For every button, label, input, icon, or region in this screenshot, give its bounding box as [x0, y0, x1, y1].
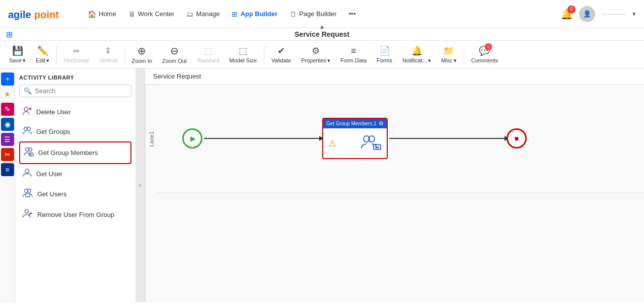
model-size-icon: ⬚	[239, 45, 247, 56]
toolbar-separator-2	[124, 44, 125, 64]
nav-manage[interactable]: 🗂 Manage	[181, 7, 225, 21]
svg-point-11	[25, 169, 29, 173]
form-data-icon: ≡	[351, 46, 356, 56]
sidebar-icon-star[interactable]: ★	[1, 88, 14, 101]
sidebar-icon-add[interactable]: ＋	[1, 72, 14, 86]
monitor-icon: 🖥	[128, 10, 135, 18]
lane2	[157, 193, 644, 301]
properties-icon: ⚙	[312, 45, 320, 56]
activity-item-get-group-members[interactable]: Get Group Members	[19, 141, 131, 164]
vertical-button[interactable]: ⬍ Vertical	[94, 43, 122, 65]
collapse-arrow[interactable]: ▲	[319, 23, 325, 30]
nav-home[interactable]: 🏠 Home	[83, 7, 121, 21]
flow-node-gear-icon[interactable]: ⚙	[379, 120, 384, 127]
folder-icon: 🗂	[186, 10, 193, 18]
canvas-header: Service Request	[145, 68, 644, 85]
toolbar-separator-1	[56, 44, 57, 64]
horizontal-button[interactable]: ⬌ Horizontal	[59, 43, 94, 65]
nav-manage-label: Manage	[196, 10, 220, 18]
zoom-out-icon: ⊖	[170, 45, 179, 57]
save-button[interactable]: 💾 Save ▾	[4, 43, 31, 66]
sidebar-icon-list[interactable]: ☰	[1, 133, 14, 146]
apps-grid-icon[interactable]: ⊞	[6, 30, 13, 39]
form-data-button[interactable]: ≡ Form Data	[335, 44, 372, 65]
get-users-label: Get Users	[37, 190, 67, 198]
nav-pagebuilder[interactable]: 🗋 Page Builder	[284, 7, 341, 21]
logo: agile point	[8, 6, 68, 22]
canvas-area: Service Request Lane1 Get Group Members	[145, 68, 644, 302]
more-icon: •••	[349, 10, 356, 18]
activity-item-get-users[interactable]: Get Users	[19, 184, 131, 204]
forms-icon: 📄	[379, 45, 390, 56]
activity-item-remove-user-from-group[interactable]: Remove User From Group	[19, 204, 131, 225]
flow-node-header: Get Group Members.1 ⚙	[323, 119, 387, 128]
flow-node-get-group-members[interactable]: Get Group Members.1 ⚙ ⚠	[322, 118, 388, 159]
notifications-bell[interactable]: 🔔 0	[560, 8, 573, 20]
arrow-node-to-end	[389, 138, 505, 139]
lane1-label: Lane1	[145, 85, 157, 193]
properties-button[interactable]: ⚙ Properties ▾	[296, 43, 335, 66]
nav-appbuilder[interactable]: ⊞ App Builder	[227, 7, 282, 21]
misc-button[interactable]: 📁 Misc ▾	[436, 43, 462, 66]
notifications-button[interactable]: 🔔 Notificat... ▾	[397, 43, 436, 66]
user-avatar[interactable]: 👤	[579, 6, 595, 22]
get-user-icon	[22, 168, 32, 180]
sidebar-icon-doc[interactable]: ≡	[1, 163, 14, 176]
svg-point-2	[24, 107, 28, 111]
save-icon: 💾	[12, 45, 23, 56]
validate-button[interactable]: ✔ Validate	[266, 43, 296, 65]
comments-badge: 0	[485, 43, 492, 50]
sidebar-icon-pencil[interactable]: ✎	[1, 103, 14, 116]
sidebar-icon-circle[interactable]: ◉	[1, 118, 14, 131]
get-group-members-icon	[23, 146, 34, 160]
user-dropdown-icon[interactable]: ▾	[632, 10, 636, 18]
zoom-in-icon: ⊕	[137, 45, 146, 57]
svg-rect-14	[26, 194, 30, 197]
flow-node-body: ⚠	[323, 128, 387, 158]
nav-workcenter[interactable]: 🖥 Work Center	[123, 7, 180, 21]
comments-button[interactable]: 💬 0 Comments	[466, 43, 503, 65]
activity-library-header: ACTIVITY LIBRARY	[19, 72, 131, 85]
search-box[interactable]: 🔍	[19, 85, 131, 97]
search-input[interactable]	[35, 87, 127, 95]
get-group-members-label: Get Group Members	[38, 149, 98, 157]
edit-icon: ✏️	[37, 45, 48, 56]
activity-item-delete-user[interactable]: Delete User	[19, 102, 131, 122]
collapse-sidebar-button[interactable]: ‹	[135, 68, 145, 302]
main-layout: ＋ ★ ✎ ◉ ☰ ✂ ≡ ACTIVITY LIBRARY 🔍 Delete …	[0, 68, 644, 302]
activity-item-get-user[interactable]: Get User	[19, 164, 131, 184]
flow-start-node[interactable]	[182, 128, 202, 148]
svg-text:point: point	[34, 9, 59, 20]
get-groups-label: Get Groups	[36, 128, 70, 135]
vertical-icon: ⬍	[104, 45, 112, 56]
delete-user-icon	[22, 106, 32, 118]
lane2-label	[145, 193, 157, 301]
zoom-in-button[interactable]: ⊕ Zoom In	[127, 43, 157, 66]
toolbar-separator-4	[464, 44, 464, 64]
standard-button[interactable]: ⬚ Standard	[192, 43, 225, 65]
flow-node-warning-icon: ⚠	[328, 138, 336, 149]
sidebar-icon-strip: ＋ ★ ✎ ◉ ☰ ✂ ≡	[0, 68, 15, 302]
toolbar: 💾 Save ▾ ✏️ Edit ▾ ⬌ Horizontal ⬍ Vertic…	[0, 41, 644, 68]
grid-nav-icon: ⊞	[232, 10, 238, 18]
svg-text:agile: agile	[8, 9, 31, 20]
arrow-start-to-node	[204, 138, 320, 139]
nav-more[interactable]: •••	[344, 7, 361, 21]
zoom-out-button[interactable]: ⊖ Zoom Out	[157, 43, 192, 66]
model-size-button[interactable]: ⬚ Model Size	[225, 43, 262, 65]
svg-point-15	[25, 210, 29, 213]
flow-end-node[interactable]	[507, 128, 527, 148]
flow-node-activity-icon	[361, 133, 382, 153]
forms-button[interactable]: 📄 Forms	[372, 43, 397, 65]
toolbar-separator-3	[264, 44, 264, 64]
get-user-label: Get User	[36, 170, 62, 178]
sidebar-icon-scissors[interactable]: ✂	[1, 148, 14, 161]
user-name: ···············	[601, 11, 626, 18]
nav-pagebuilder-label: Page Builder	[299, 10, 336, 18]
page-icon: 🗋	[290, 10, 297, 18]
edit-button[interactable]: ✏️ Edit ▾	[31, 43, 54, 66]
remove-user-from-group-label: Remove User From Group	[37, 211, 114, 218]
lane-labels: Lane1	[145, 85, 157, 301]
notification-icon: 🔔	[411, 45, 422, 56]
activity-item-get-groups[interactable]: Get Groups	[19, 122, 131, 141]
